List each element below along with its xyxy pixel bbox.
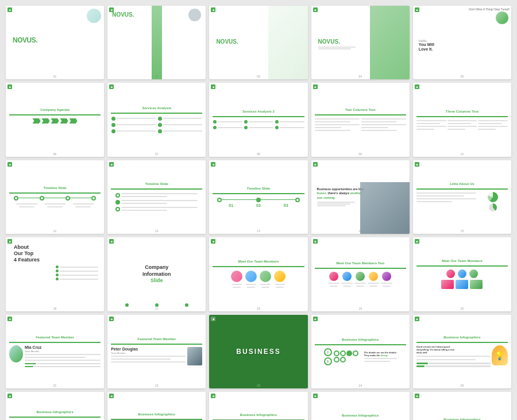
featured-content-21: Mia Cruz Team Member <box>9 345 101 368</box>
green-bar-9 <box>315 114 406 115</box>
timeline-nums-13: 01 02 03 <box>217 203 299 207</box>
cover3-bg <box>268 6 307 79</box>
slide-title-10: Three Columns Text <box>446 110 479 113</box>
slide-14[interactable]: ■ Business opportunities are like buses,… <box>311 160 410 234</box>
green-bar-21 <box>9 342 101 343</box>
green-bar-13 <box>213 193 304 194</box>
slide-26[interactable]: ■ Business Infographics 26 <box>6 392 104 420</box>
slide-icon-24: ■ <box>313 317 318 321</box>
slide-16[interactable]: ■ AboutOur Top4 Features <box>6 237 104 311</box>
green-ribbon <box>152 6 162 79</box>
slide-icon-9: ■ <box>313 84 318 89</box>
slide-icon-18: ■ <box>211 239 215 244</box>
slide-num-3: 03 <box>209 75 307 78</box>
green-bar-18 <box>213 266 304 267</box>
slide-icon-22: ■ <box>109 317 114 321</box>
slide-title-29: Business Infographics <box>342 414 379 417</box>
slide-icon-26: ■ <box>7 394 12 398</box>
slide-15[interactable]: ■ Little About Us 15 <box>413 160 511 234</box>
slide-icon-15: ■ <box>415 162 419 167</box>
slide-17[interactable]: ■ CompanyInformationSlide 17 <box>107 237 206 311</box>
slide-30[interactable]: ■ Business Infographics BUSINESSSOLUTION… <box>413 392 511 420</box>
featured-content-22: Peter Douglas Team Member <box>111 347 202 365</box>
slide-title-8: Services Analysis 2 <box>242 110 275 113</box>
two-col-9 <box>315 118 406 132</box>
slide-10[interactable]: ■ Three Columns Text 10 <box>413 83 511 156</box>
slide-21[interactable]: ■ Featured Team Member Mia Cruz Team Mem… <box>6 315 104 388</box>
slide-icon-12: ■ <box>109 162 114 167</box>
biz-infog-content-24: 2 5 The details are not the details.They… <box>324 348 397 365</box>
slide-icon-14: ■ <box>313 162 318 167</box>
slide-title-6: Company Agenda <box>40 108 70 111</box>
building-photo <box>360 182 410 234</box>
slide-icon-11: ■ <box>7 162 12 167</box>
green-bar-8 <box>213 116 304 117</box>
slide-title-22: Featured Team Member <box>137 337 176 341</box>
green-bar-12 <box>111 188 202 190</box>
slide-4[interactable]: ■ NOVUS. 04 <box>311 6 410 79</box>
slide-6[interactable]: ■ Company Agenda <box>6 83 104 156</box>
slide-19[interactable]: ■ Meet Our Team Members Two <box>311 237 410 311</box>
slide-icon-29: ■ <box>313 394 318 398</box>
slide-9[interactable]: ■ Two Columns Text 09 <box>311 83 410 156</box>
slide-num-4: 04 <box>311 75 410 78</box>
slide-title-26: Business Infographics <box>36 410 73 414</box>
slide-13[interactable]: ■ Timeline Slide 01 02 03 13 <box>209 160 307 234</box>
slide-num-23: 23 <box>209 384 307 387</box>
services-grid <box>111 116 202 134</box>
slide-title-25: Business Infographics <box>443 336 480 339</box>
slide-title-27: Business Infographics <box>138 413 175 416</box>
novus-logo-1: NOVUS. <box>9 34 37 45</box>
slide-num-17: 17 <box>107 307 206 310</box>
slide-title-21: Featured Team Member <box>36 336 74 339</box>
slide-icon-3: ■ <box>211 7 215 12</box>
slide-icon-1: ■ <box>7 7 12 12</box>
slide-num-10: 10 <box>413 152 511 156</box>
timeline-row-11 <box>14 196 96 201</box>
green-bar-19 <box>315 268 406 269</box>
slide-num-8: 08 <box>209 152 307 156</box>
slide-1[interactable]: ■ NOVUS. 01 <box>6 6 104 79</box>
slide-num-12: 12 <box>107 229 206 233</box>
slide-2[interactable]: ■ NOVUS. 02 <box>107 6 206 79</box>
green-bar-26 <box>9 417 101 418</box>
business-title: BUSINESS <box>236 348 280 356</box>
slide-icon-25: ■ <box>415 317 419 321</box>
slide-12[interactable]: ■ Timeline Slide 12 <box>107 160 206 234</box>
green-bar-6 <box>9 114 101 115</box>
cover4-photo <box>370 6 409 79</box>
slide-11[interactable]: ■ Timeline Slide 11 <box>6 160 104 234</box>
slide-23[interactable]: ■ BUSINESS 23 <box>209 315 307 388</box>
slide-num-5: 05 <box>413 75 511 78</box>
slide-icon-5: ■ <box>415 7 419 12</box>
slide-title-15: Little About Us <box>450 182 474 186</box>
slide-28[interactable]: ■ Business Infographics Leverage the str… <box>209 392 307 420</box>
slide-18[interactable]: ■ Meet Our Team Members <box>209 237 307 311</box>
timeline-labels-11 <box>14 203 96 208</box>
slide-22[interactable]: ■ Featured Team Member Peter Douglas Tea… <box>107 315 206 388</box>
company-info-content: CompanyInformationSlide <box>140 241 173 307</box>
slide-7[interactable]: ■ Services Analysis <box>107 83 206 156</box>
slide-8[interactable]: ■ Services Analysis 2 <box>209 83 307 156</box>
three-col-10 <box>416 120 508 130</box>
slide-icon-27: ■ <box>109 394 114 398</box>
slide-3[interactable]: ■ NOVUS. 03 <box>209 6 307 79</box>
slide-24[interactable]: ■ Business Infographics 2 5 The details … <box>311 315 410 388</box>
slide-20[interactable]: ■ Meet Our Team Members 20 <box>413 237 511 311</box>
slides-grid: ■ NOVUS. 01 ■ NOVUS. 02 ■ NOVUS. 03 <box>6 6 511 420</box>
slide-num-13: 13 <box>209 229 307 233</box>
slide-num-14: 14 <box>311 229 410 233</box>
slide-27[interactable]: ■ Business Infographics I'm a big fan of… <box>107 392 206 420</box>
agenda-items <box>53 126 57 132</box>
slide-title-19: Meet Our Team Members Two <box>336 261 384 265</box>
novus-sub-3 <box>213 46 216 50</box>
slide-num-6: 06 <box>6 152 104 156</box>
biz-infog-content-25: Good content isn't about goodstorytellin… <box>416 345 508 367</box>
slide-num-18: 18 <box>209 307 307 310</box>
slide-icon-16: ■ <box>7 239 12 244</box>
slide-5[interactable]: ■ Don't Miss A Thing! Stay Tuned! Hello,… <box>413 6 511 79</box>
slide-29[interactable]: ■ Business Infographics Marketing is rea… <box>311 392 410 420</box>
slide-num-19: 19 <box>311 307 410 310</box>
slide-25[interactable]: ■ Business Infographics Good content isn… <box>413 315 511 388</box>
slide-icon-21: ■ <box>7 317 12 321</box>
